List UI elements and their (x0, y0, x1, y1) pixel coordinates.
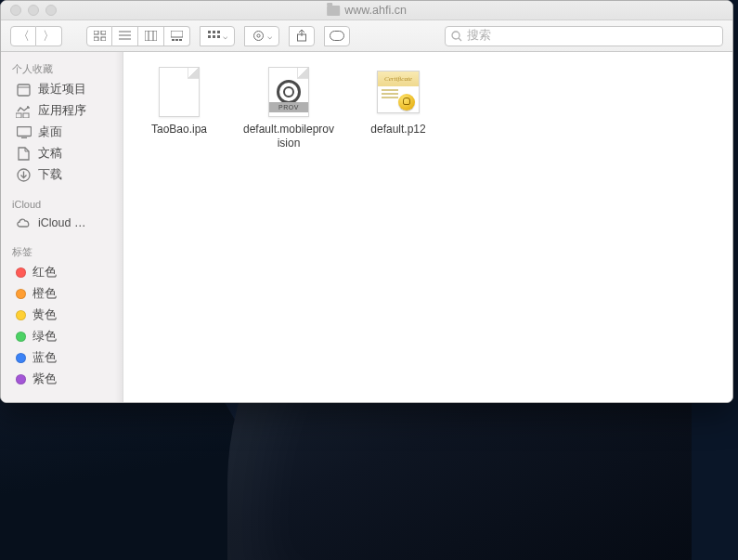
sidebar-item-downloads[interactable]: 下载 (1, 164, 123, 186)
svg-line-26 (459, 38, 461, 41)
svg-rect-24 (330, 32, 344, 41)
sidebar-item-applications[interactable]: 应用程序 (1, 100, 123, 122)
svg-rect-18 (213, 35, 215, 38)
prov-band-label: PROV (269, 102, 308, 112)
action-group: ⌵ (244, 26, 279, 46)
file-icon: Certificate (369, 65, 427, 119)
folder-icon (327, 6, 340, 16)
zoom-button[interactable] (45, 5, 57, 16)
sidebar[interactable]: 个人收藏 最近项目 应用程序 桌面 文稿 下载 iCloud (1, 52, 123, 402)
tag-dot-icon (16, 267, 26, 278)
view-gallery-button[interactable] (164, 26, 190, 46)
sidebar-item-label: 紫色 (32, 371, 57, 387)
share-button[interactable] (289, 26, 315, 46)
recents-icon (16, 83, 32, 97)
gallery-icon (171, 31, 183, 41)
sidebar-item-label: 橙色 (32, 286, 57, 302)
sidebar-section-favorites: 个人收藏 (1, 57, 123, 79)
cloud-icon (16, 215, 32, 229)
nav-group: 〈 〉 (10, 26, 62, 46)
tag-dot-icon (16, 310, 26, 320)
search-field[interactable]: 搜索 (445, 26, 723, 46)
minimize-button[interactable] (28, 5, 39, 16)
sidebar-tag-purple[interactable]: 紫色 (1, 369, 123, 390)
tag-icon (330, 31, 344, 41)
sidebar-item-recents[interactable]: 最近项目 (1, 79, 123, 100)
grid-icon (94, 31, 106, 41)
svg-rect-0 (94, 31, 98, 34)
file-icon: PROV (260, 65, 317, 119)
sidebar-item-label: 绿色 (32, 329, 57, 345)
gear-icon (252, 30, 265, 42)
sidebar-item-label: 应用程序 (38, 103, 86, 119)
svg-rect-7 (145, 31, 157, 41)
file-item[interactable]: TaoBao.ipa (133, 65, 226, 137)
view-icons-button[interactable] (86, 26, 112, 46)
svg-point-21 (256, 34, 259, 37)
file-item[interactable]: PROV default.mobileprovision (242, 65, 335, 150)
chevron-left-icon: 〈 (18, 28, 30, 45)
svg-rect-14 (208, 31, 211, 33)
sidebar-tag-yellow[interactable]: 黄色 (1, 305, 123, 326)
close-button[interactable] (10, 5, 21, 16)
svg-rect-27 (18, 85, 30, 96)
tag-group (324, 26, 350, 46)
action-button[interactable]: ⌵ (244, 26, 279, 46)
arrange-group: ⌵ (200, 26, 235, 46)
sidebar-item-label: 文稿 (38, 146, 62, 162)
svg-rect-19 (217, 35, 220, 38)
columns-icon (145, 31, 157, 41)
svg-rect-2 (94, 37, 98, 41)
sidebar-item-icloud-drive[interactable]: iCloud … (1, 213, 123, 232)
view-group (86, 26, 190, 46)
titlebar[interactable]: www.ahfi.cn (1, 1, 732, 20)
sidebar-tag-orange[interactable]: 橙色 (1, 283, 123, 305)
window-title-text: www.ahfi.cn (344, 4, 407, 17)
svg-rect-10 (171, 31, 183, 37)
file-item[interactable]: Certificate default.p12 (352, 65, 445, 137)
applications-icon (16, 104, 32, 118)
chevron-right-icon: 〉 (43, 28, 55, 45)
svg-rect-31 (17, 127, 31, 137)
svg-rect-29 (16, 113, 21, 118)
svg-rect-16 (217, 31, 220, 33)
file-name: TaoBao.ipa (151, 123, 207, 137)
tag-button[interactable] (324, 26, 350, 46)
share-icon (296, 30, 307, 42)
search-icon (451, 31, 462, 42)
downloads-icon (16, 168, 32, 182)
sidebar-item-label: 红色 (32, 265, 57, 280)
toolbar: 〈 〉 ⌵ ⌵ (1, 20, 732, 52)
window-body: 个人收藏 最近项目 应用程序 桌面 文稿 下载 iCloud (1, 52, 732, 402)
sidebar-item-documents[interactable]: 文稿 (1, 143, 123, 164)
finder-window: www.ahfi.cn 〈 〉 ⌵ (0, 0, 733, 403)
mobileprovision-icon: PROV (268, 67, 309, 117)
list-icon (119, 31, 131, 41)
svg-rect-30 (23, 113, 29, 118)
desktop-icon (16, 125, 32, 139)
forward-button[interactable]: 〉 (36, 26, 62, 46)
sidebar-tag-red[interactable]: 红色 (1, 262, 123, 283)
back-button[interactable]: 〈 (10, 26, 36, 46)
sidebar-section-tags: 标签 (1, 240, 123, 262)
chevron-down-icon: ⌵ (223, 32, 227, 41)
file-name: default.mobileprovision (242, 123, 335, 150)
view-columns-button[interactable] (138, 26, 164, 46)
sidebar-item-desktop[interactable]: 桌面 (1, 122, 123, 143)
sidebar-section-icloud: iCloud (1, 193, 123, 213)
tag-dot-icon (16, 289, 26, 299)
sidebar-tag-green[interactable]: 绿色 (1, 326, 123, 347)
view-list-button[interactable] (112, 26, 138, 46)
certificate-seal-icon (398, 94, 415, 111)
grid-arrange-icon (208, 31, 220, 41)
svg-rect-12 (175, 39, 178, 41)
certificate-icon: Certificate (377, 71, 420, 113)
sidebar-item-label: 蓝色 (32, 350, 57, 366)
tag-dot-icon (16, 332, 26, 342)
svg-rect-1 (101, 31, 106, 34)
file-grid[interactable]: TaoBao.ipa PROV default.mobileprovision … (123, 52, 732, 402)
sidebar-tag-blue[interactable]: 蓝色 (1, 347, 123, 369)
arrange-button[interactable]: ⌵ (200, 26, 235, 46)
sidebar-item-label: 下载 (38, 167, 62, 183)
svg-rect-17 (208, 35, 211, 38)
